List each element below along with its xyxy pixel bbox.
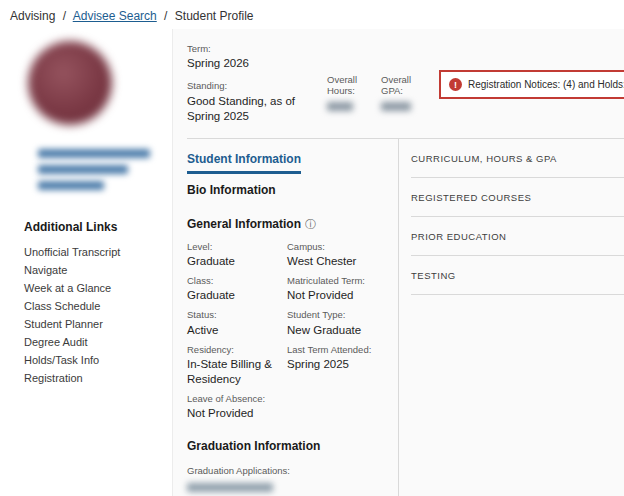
term-standing-block: Term: Spring 2026 Standing: Good Standin… xyxy=(187,43,327,124)
field-label: Leave of Absence: xyxy=(187,393,279,404)
general-information-heading: General Information ⓘ xyxy=(187,217,398,232)
field-value: Spring 2025 xyxy=(287,357,390,372)
accordion-label: TESTING xyxy=(411,270,456,281)
redacted-name-line xyxy=(38,149,150,158)
general-information-fields: Level: Graduate Campus: West Chester Cla… xyxy=(187,241,398,428)
info-icon[interactable]: ⓘ xyxy=(305,217,316,232)
field-label: Matriculated Term: xyxy=(287,275,390,286)
accordion-prior-education[interactable]: PRIOR EDUCATION xyxy=(411,217,624,256)
summary-header: Term: Spring 2026 Standing: Good Standin… xyxy=(187,29,624,139)
main-panel: Term: Spring 2026 Standing: Good Standin… xyxy=(172,29,624,496)
sidebar-link-unofficial-transcript[interactable]: Unofficial Transcript xyxy=(24,247,172,258)
standing-label: Standing: xyxy=(187,80,327,91)
sidebar: Additional Links Unofficial Transcript N… xyxy=(0,29,172,496)
field-residency: Residency: In-State Billing & Residency xyxy=(187,344,287,387)
field-label: Residency: xyxy=(187,344,279,355)
field-empty xyxy=(287,393,398,421)
field-value: Active xyxy=(187,323,279,338)
sidebar-link-week-at-a-glance[interactable]: Week at a Glance xyxy=(24,283,172,294)
breadcrumb-separator: / xyxy=(164,9,167,23)
field-class: Class: Graduate xyxy=(187,275,287,303)
accordion-curriculum-hours-gpa[interactable]: CURRICULUM, HOURS & GPA xyxy=(411,139,624,178)
field-matriculated-term: Matriculated Term: Not Provided xyxy=(287,275,398,303)
term-label: Term: xyxy=(187,43,327,54)
field-label: Status: xyxy=(187,309,279,320)
field-level: Level: Graduate xyxy=(187,241,287,269)
bio-information-heading: Bio Information xyxy=(187,183,398,197)
standing-value: Good Standing, as of Spring 2025 xyxy=(187,94,327,124)
field-student-type: Student Type: New Graduate xyxy=(287,309,398,337)
field-value: In-State Billing & Residency xyxy=(187,357,279,387)
overall-hours-block: Overall Hours: xyxy=(327,74,381,124)
additional-links-title: Additional Links xyxy=(24,220,172,234)
redacted-graduation-applications-value xyxy=(187,483,273,492)
graduation-information-heading: Graduation Information xyxy=(187,439,398,453)
redacted-overall-hours-value xyxy=(327,102,353,111)
sidebar-link-holds-task-info[interactable]: Holds/Task Info xyxy=(24,355,172,366)
sidebar-link-navigate[interactable]: Navigate xyxy=(24,265,172,276)
accordion-label: CURRICULUM, HOURS & GPA xyxy=(411,153,557,164)
sidebar-link-student-planner[interactable]: Student Planner xyxy=(24,319,172,330)
accordion-registered-courses[interactable]: REGISTERED COURSES xyxy=(411,178,624,217)
redacted-name-line xyxy=(38,181,104,190)
sidebar-link-class-schedule[interactable]: Class Schedule xyxy=(24,301,172,312)
field-label: Campus: xyxy=(287,241,390,252)
breadcrumb-advising: Advising xyxy=(10,9,55,23)
avatar xyxy=(28,41,112,125)
student-information-column: Student Information Bio Information Gene… xyxy=(187,139,398,496)
term-value: Spring 2026 xyxy=(187,56,327,71)
tab-student-information[interactable]: Student Information xyxy=(187,152,301,174)
field-label: Last Term Attended: xyxy=(287,344,390,355)
field-label: Student Type: xyxy=(287,309,390,320)
breadcrumb-student-profile: Student Profile xyxy=(175,9,254,23)
redacted-student-name xyxy=(38,149,172,190)
field-status: Status: Active xyxy=(187,309,287,337)
accordion-column: CURRICULUM, HOURS & GPA REGISTERED COURS… xyxy=(398,139,624,496)
redacted-overall-gpa-value xyxy=(381,102,411,111)
breadcrumb-advisee-search-link[interactable]: Advisee Search xyxy=(73,9,157,23)
field-leave-of-absence: Leave of Absence: Not Provided xyxy=(187,393,287,421)
notice-text: Registration Notices: (4) and Holds: (2) xyxy=(468,79,624,90)
sidebar-links: Unofficial Transcript Navigate Week at a… xyxy=(24,247,172,384)
accordion-label: REGISTERED COURSES xyxy=(411,192,531,203)
accordion-testing[interactable]: TESTING xyxy=(411,256,624,295)
alert-icon: ! xyxy=(449,78,462,91)
field-value: Not Provided xyxy=(287,288,390,303)
field-value: Not Provided xyxy=(187,406,279,421)
breadcrumb-separator: / xyxy=(63,9,66,23)
field-label: Level: xyxy=(187,241,279,252)
overall-hours-label: Overall Hours: xyxy=(327,74,367,97)
registration-notices-holds-alert[interactable]: ! Registration Notices: (4) and Holds: (… xyxy=(439,70,624,99)
sidebar-link-registration[interactable]: Registration xyxy=(24,373,172,384)
graduation-applications-label: Graduation Applications: xyxy=(187,465,398,476)
redacted-name-line xyxy=(38,165,128,174)
field-last-term-attended: Last Term Attended: Spring 2025 xyxy=(287,344,398,387)
field-value: Graduate xyxy=(187,288,279,303)
accordion-label: PRIOR EDUCATION xyxy=(411,231,506,242)
sidebar-link-degree-audit[interactable]: Degree Audit xyxy=(24,337,172,348)
student-profile-page: Advising / Advisee Search / Student Prof… xyxy=(0,0,624,496)
overall-gpa-block: Overall GPA: xyxy=(381,74,439,124)
field-value: Graduate xyxy=(187,254,279,269)
field-campus: Campus: West Chester xyxy=(287,241,398,269)
field-value: New Graduate xyxy=(287,323,390,338)
overall-gpa-label: Overall GPA: xyxy=(381,74,421,97)
field-value: West Chester xyxy=(287,254,390,269)
field-label: Class: xyxy=(187,275,279,286)
breadcrumb: Advising / Advisee Search / Student Prof… xyxy=(0,0,624,29)
